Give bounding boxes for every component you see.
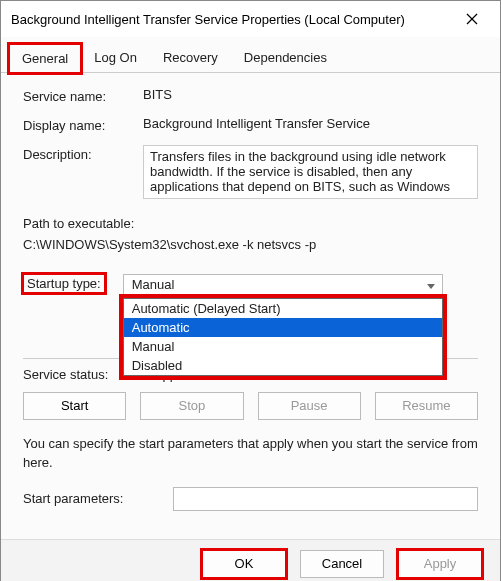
dialog-footer: OK Cancel Apply xyxy=(1,539,500,581)
tab-general[interactable]: General xyxy=(9,44,81,73)
titlebar: Background Intelligent Transfer Service … xyxy=(1,1,500,37)
tab-logon[interactable]: Log On xyxy=(81,43,150,72)
pause-button: Pause xyxy=(258,392,361,420)
ok-button[interactable]: OK xyxy=(202,550,286,578)
path-label: Path to executable: xyxy=(23,214,478,235)
startup-option-disabled[interactable]: Disabled xyxy=(124,356,442,375)
window-title: Background Intelligent Transfer Service … xyxy=(11,12,452,27)
tab-dependencies[interactable]: Dependencies xyxy=(231,43,340,72)
display-name-label: Display name: xyxy=(23,116,143,133)
description-label: Description: xyxy=(23,145,143,162)
startup-option-manual[interactable]: Manual xyxy=(124,337,442,356)
cancel-button[interactable]: Cancel xyxy=(300,550,384,578)
apply-button[interactable]: Apply xyxy=(398,550,482,578)
service-name-value: BITS xyxy=(143,87,478,102)
startup-type-select[interactable]: Manual xyxy=(123,274,443,298)
start-button[interactable]: Start xyxy=(23,392,126,420)
close-button[interactable] xyxy=(452,1,492,37)
resume-button: Resume xyxy=(375,392,478,420)
tab-strip: General Log On Recovery Dependencies xyxy=(1,37,500,73)
stop-button: Stop xyxy=(140,392,243,420)
startup-option-delayed[interactable]: Automatic (Delayed Start) xyxy=(124,299,442,318)
path-value: C:\WINDOWS\System32\svchost.exe -k netsv… xyxy=(23,235,478,256)
startup-type-label: Startup type: xyxy=(23,274,105,293)
tab-content: Service name: BITS Display name: Backgro… xyxy=(1,73,500,539)
close-icon xyxy=(466,13,478,25)
description-text[interactable]: Transfers files in the background using … xyxy=(143,145,478,199)
tab-recovery[interactable]: Recovery xyxy=(150,43,231,72)
start-params-hint: You can specify the start parameters tha… xyxy=(23,434,478,473)
start-params-label: Start parameters: xyxy=(23,491,173,506)
start-params-input xyxy=(173,487,478,511)
service-name-label: Service name: xyxy=(23,87,143,104)
display-name-value: Background Intelligent Transfer Service xyxy=(143,116,478,131)
properties-dialog: Background Intelligent Transfer Service … xyxy=(0,0,501,581)
startup-type-dropdown: Automatic (Delayed Start) Automatic Manu… xyxy=(123,298,443,376)
startup-option-automatic[interactable]: Automatic xyxy=(124,318,442,337)
